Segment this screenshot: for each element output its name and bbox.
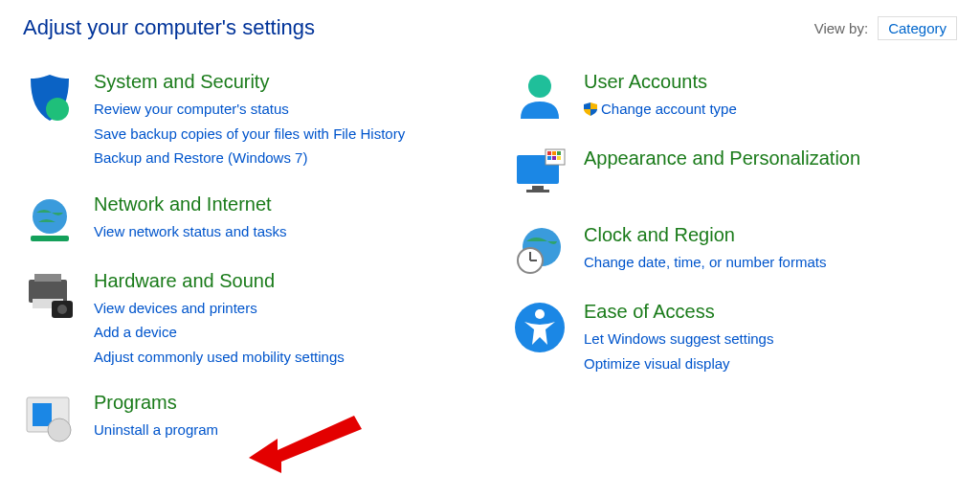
svg-point-11 — [528, 75, 551, 98]
svg-rect-13 — [532, 186, 544, 190]
link-optimize-visual[interactable]: Optimize visual display — [584, 351, 957, 376]
page-title: Adjust your computer's settings — [23, 15, 315, 40]
link-add-device[interactable]: Add a device — [94, 320, 467, 345]
category-hardware-sound[interactable]: Hardware and Sound — [94, 270, 467, 292]
svg-rect-20 — [552, 156, 556, 160]
link-change-account-type-label: Change account type — [601, 97, 737, 122]
link-mobility-settings[interactable]: Adjust commonly used mobility settings — [94, 345, 467, 370]
svg-point-0 — [46, 98, 69, 121]
link-review-status[interactable]: Review your computer's status — [94, 97, 467, 122]
svg-rect-19 — [547, 156, 551, 160]
svg-point-7 — [57, 305, 67, 314]
link-devices-printers[interactable]: View devices and printers — [94, 296, 467, 321]
svg-rect-2 — [31, 236, 69, 241]
user-accounts-icon — [513, 71, 567, 124]
svg-point-27 — [535, 309, 545, 319]
svg-rect-21 — [557, 156, 561, 160]
ease-of-access-icon — [513, 301, 567, 354]
link-change-date-time[interactable]: Change date, time, or number formats — [584, 250, 957, 275]
programs-window-icon — [23, 392, 77, 445]
shield-security-icon — [23, 71, 77, 124]
svg-point-10 — [48, 419, 71, 441]
clock-region-icon — [513, 224, 567, 278]
svg-rect-17 — [552, 151, 556, 155]
link-backup-restore[interactable]: Backup and Restore (Windows 7) — [94, 146, 467, 170]
category-user-accounts[interactable]: User Accounts — [584, 71, 957, 93]
svg-rect-16 — [547, 151, 551, 155]
category-programs[interactable]: Programs — [94, 392, 467, 414]
category-network-internet[interactable]: Network and Internet — [94, 193, 467, 215]
printer-camera-icon — [23, 270, 77, 324]
link-uninstall-program[interactable]: Uninstall a program — [94, 418, 467, 442]
svg-rect-4 — [34, 274, 61, 282]
link-change-account-type[interactable]: Change account type — [584, 97, 957, 122]
view-by-label: View by: — [814, 20, 868, 36]
category-appearance-personalization[interactable]: Appearance and Personalization — [584, 147, 957, 170]
category-ease-of-access[interactable]: Ease of Access — [584, 301, 957, 323]
globe-network-icon — [23, 193, 77, 247]
view-by-control: View by: Category — [814, 16, 957, 40]
link-network-status[interactable]: View network status and tasks — [94, 219, 467, 244]
svg-rect-18 — [557, 151, 561, 155]
svg-rect-9 — [33, 403, 52, 426]
view-by-dropdown[interactable]: Category — [878, 16, 957, 40]
category-system-security[interactable]: System and Security — [94, 71, 467, 93]
svg-point-1 — [33, 199, 67, 234]
uac-shield-icon — [584, 102, 597, 116]
link-file-history[interactable]: Save backup copies of your files with Fi… — [94, 122, 467, 147]
svg-rect-14 — [526, 190, 549, 192]
appearance-monitor-icon — [513, 147, 567, 201]
link-windows-suggest[interactable]: Let Windows suggest settings — [584, 327, 957, 351]
category-clock-region[interactable]: Clock and Region — [584, 224, 957, 246]
